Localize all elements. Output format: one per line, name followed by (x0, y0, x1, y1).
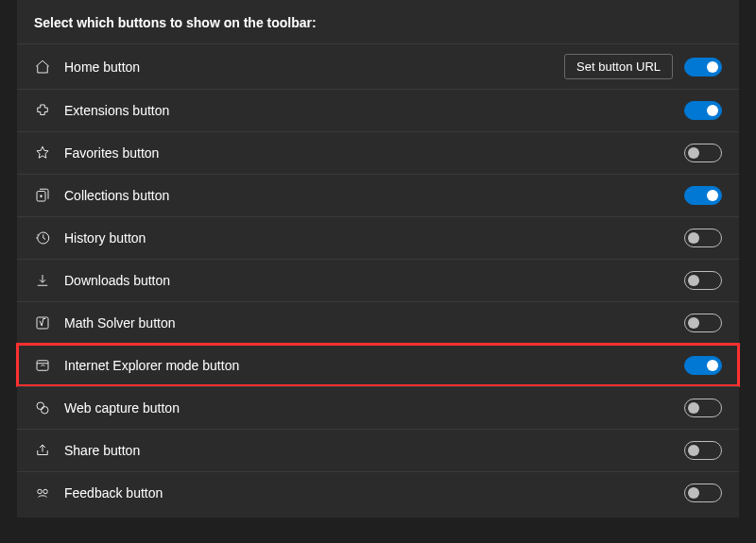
web-capture-icon (34, 399, 51, 416)
history-icon (34, 229, 51, 246)
row-label: Share button (64, 443, 684, 458)
toggle-ie-mode-button[interactable] (684, 356, 722, 375)
toggle-feedback-button[interactable] (684, 484, 722, 502)
row-label: Feedback button (64, 485, 684, 501)
toggle-downloads-button[interactable] (684, 271, 722, 290)
row-label: Math Solver button (64, 315, 684, 331)
svg-point-7 (43, 489, 48, 494)
favorites-icon (34, 144, 51, 161)
row-history-button: History button (17, 216, 739, 259)
toggle-favorites-button[interactable] (684, 144, 722, 162)
row-ie-mode-button: Internet Explorer mode button (17, 344, 739, 386)
row-label: Home button (64, 59, 564, 75)
row-label: Favorites button (64, 145, 684, 161)
svg-point-5 (42, 407, 49, 415)
row-label: Internet Explorer mode button (64, 358, 684, 373)
toolbar-buttons-panel: Select which buttons to show on the tool… (17, 0, 739, 518)
extensions-icon (34, 102, 51, 119)
toggle-web-capture-button[interactable] (684, 399, 722, 417)
row-feedback-button: Feedback button (17, 471, 739, 514)
row-home-button: Home button Set button URL (17, 43, 739, 89)
downloads-icon (34, 272, 51, 289)
row-downloads-button: Downloads button (17, 259, 739, 301)
home-icon (34, 59, 51, 76)
row-favorites-button: Favorites button (17, 131, 739, 174)
section-title: Select which buttons to show on the tool… (17, 0, 739, 43)
svg-point-4 (37, 402, 44, 410)
set-button-url-button[interactable]: Set button URL (564, 54, 673, 79)
row-math-solver-button: Math Solver button (17, 301, 739, 344)
row-collections-button: Collections button (17, 174, 739, 216)
math-solver-icon (34, 314, 51, 331)
collections-icon (34, 187, 51, 204)
toggle-home-button[interactable] (684, 58, 722, 76)
svg-point-6 (38, 489, 43, 494)
toggle-share-button[interactable] (684, 441, 722, 460)
row-label: Collections button (64, 188, 684, 203)
row-label: History button (64, 230, 684, 246)
row-label: Downloads button (64, 273, 684, 288)
row-extensions-button: Extensions button (17, 89, 739, 131)
share-icon (34, 442, 51, 459)
row-label: Extensions button (64, 103, 684, 118)
row-label: Web capture button (64, 400, 684, 416)
row-web-capture-button: Web capture button (17, 386, 739, 429)
toggle-extensions-button[interactable] (684, 101, 722, 120)
ie-mode-icon (34, 357, 51, 374)
toggle-math-solver-button[interactable] (684, 314, 722, 332)
feedback-icon (34, 484, 51, 501)
toggle-history-button[interactable] (684, 229, 722, 247)
row-share-button: Share button (17, 429, 739, 471)
toggle-collections-button[interactable] (684, 186, 722, 205)
